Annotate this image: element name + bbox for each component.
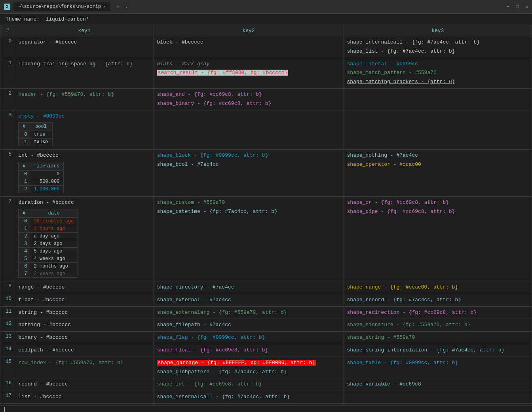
col-key3-header: key3 xyxy=(344,25,532,36)
row-index-7: 7 xyxy=(0,197,15,281)
date-col-hash: # xyxy=(19,209,30,217)
row-1-key1: leading_trailing_space_bg - {attr: n} xyxy=(15,58,154,88)
row-0-key3: shape_internalcall - {fg: #7ac4cc, attr:… xyxy=(344,36,532,58)
filesizes-table: # filesizes 0 0 1 500,000 xyxy=(18,162,64,193)
row-14-key3: shape_string_interpolation - {fg: #7ac4c… xyxy=(344,344,532,357)
search-highlight: search_result - {fg: #ff3030, bg: #bcccc… xyxy=(157,70,289,76)
table-row: 9 range - #bccccc shape_directory - #7ac… xyxy=(0,281,532,294)
garbage-highlight: shape_garbage - {fg: #FFFFFF, bg: #FF000… xyxy=(157,360,316,366)
date-table: # date 0 30 minutes ago 1 3 hours xyxy=(18,209,78,278)
table-row: 3 empty - #0099cc # bool 0 xyxy=(0,110,532,150)
row-2-key1: header - {fg: #559a70, attr: b} xyxy=(15,88,154,110)
fs-row-1: 1 500,000 xyxy=(19,178,64,186)
row-3-key1: empty - #0099cc # bool 0 true xyxy=(15,110,154,150)
theme-line: Theme name: 'liquid-carbon' xyxy=(0,14,532,25)
table-row: 5 int - #bccccc # filesizes xyxy=(0,150,532,197)
row-5-key2: shape_block - {fg: #0099cc, attr: b} sha… xyxy=(154,150,344,197)
date-row-5: 5 4 weeks ago xyxy=(19,255,78,262)
row-10-key1: float - #bccccc xyxy=(15,294,154,306)
col-key1-header: key1 xyxy=(15,25,154,36)
row-index-3: 3 xyxy=(0,110,15,150)
row-index-12: 12 xyxy=(0,319,15,332)
row-5-key3: shape_nothing - #7ac4cc shape_operator -… xyxy=(344,150,532,197)
row-2-key2: shape_and - {fg: #cc69c8, attr: b} shape… xyxy=(154,88,344,110)
row-9-key3: shape_range - {fg: #ccac00, attr: b} xyxy=(344,281,532,294)
row-13-key3: shape_string - #559a70 xyxy=(344,332,532,344)
status-bar: │ xyxy=(0,405,532,412)
row-3-key2 xyxy=(154,110,344,150)
row-index-16: 16 xyxy=(0,378,15,391)
row-11-key3: shape_redirection - {fg: #cc69c8, attr: … xyxy=(344,306,532,319)
row-2-key3 xyxy=(344,88,532,110)
col-key2-header: key2 xyxy=(154,25,344,36)
row-11-key1: string - #bccccc xyxy=(15,306,154,319)
content-area[interactable]: # key1 key2 key3 0 separator - #bccccc b… xyxy=(0,25,532,405)
table-row: 12 nothing - #bccccc shape_filepath - #7… xyxy=(0,319,532,332)
row-index-9: 9 xyxy=(0,281,15,294)
row-14-key2: shape_float - {fg: #cc69c8, attr: b} xyxy=(154,344,344,357)
row-index-10: 10 xyxy=(0,294,15,306)
cursor-indicator: │ xyxy=(3,407,6,412)
row-11-key2: shape_externalarg - {fg: #559a70, attr: … xyxy=(154,306,344,319)
bool-row-0: 0 true xyxy=(19,131,52,139)
row-12-key1: nothing - #bccccc xyxy=(15,319,154,332)
tab-close-button[interactable]: ✕ xyxy=(103,4,106,9)
row-index-14: 14 xyxy=(0,344,15,357)
row-7-key3: shape_or - {fg: #cc69c8, attr: b} shape_… xyxy=(344,197,532,281)
active-tab[interactable]: ~\source\repos\forks\nu-scrip ✕ xyxy=(13,2,110,11)
close-button[interactable]: ✕ xyxy=(525,4,528,10)
table-row: 7 duration - #bccccc # date xyxy=(0,197,532,281)
row-15-key2: shape_garbage - {fg: #FFFFFF, bg: #FF000… xyxy=(154,357,344,378)
row-14-key1: cellpath - #bccccc xyxy=(15,344,154,357)
row-13-key2: shape_flag - {fg: #0099cc, attr: b} xyxy=(154,332,344,344)
row-1-key3: shape_literal - #0099cc shape_match_patt… xyxy=(344,58,532,88)
row-15-key1: row_index - {fg: #559a70, attr: b} xyxy=(15,357,154,378)
tab-dropdown-button[interactable]: ∨ xyxy=(125,4,127,9)
table-row: 14 cellpath - #bccccc shape_float - {fg:… xyxy=(0,344,532,357)
date-row-2: 2 a day ago xyxy=(19,232,78,240)
window-controls: − □ ✕ xyxy=(507,4,528,10)
date-row-7: 7 2 years ago xyxy=(19,270,78,277)
table-row: 1 leading_trailing_space_bg - {attr: n} … xyxy=(0,58,532,88)
main-table: # key1 key2 key3 0 separator - #bccccc b… xyxy=(0,25,532,405)
row-13-key1: binary - #bccccc xyxy=(15,332,154,344)
date-row-3: 3 2 days ago xyxy=(19,240,78,247)
row-index-5: 5 xyxy=(0,150,15,197)
row-index-17: 17 xyxy=(0,391,15,404)
maximize-button[interactable]: □ xyxy=(516,4,519,10)
row-17-key1: list - #bccccc xyxy=(15,391,154,404)
row-index-0: 0 xyxy=(0,36,15,58)
row-12-key2: shape_filepath - #7ac4cc xyxy=(154,319,344,332)
row-12-key3: shape_signature - {fg: #559a70, attr: b} xyxy=(344,319,532,332)
row-9-key2: shape_directory - #7ac4cc xyxy=(154,281,344,294)
fs-col-filesizes: filesizes xyxy=(30,162,64,171)
date-row-4: 4 5 days ago xyxy=(19,247,78,255)
minimize-button[interactable]: − xyxy=(507,4,509,10)
bool-table: # bool 0 true 1 false xyxy=(18,122,52,146)
bool-row-1: 1 false xyxy=(19,139,52,146)
table-row: 17 list - #bccccc shape_internalcall - {… xyxy=(0,391,532,404)
row-0-key2: block - #bccccc xyxy=(154,36,344,58)
app-icon: Σ xyxy=(4,4,10,10)
table-row: 2 header - {fg: #559a70, attr: b} shape_… xyxy=(0,88,532,110)
table-row: 10 float - #bccccc shape_external - #7ac… xyxy=(0,294,532,306)
row-0-key1: separator - #bccccc xyxy=(15,36,154,58)
date-row-1: 1 3 hours ago xyxy=(19,225,78,232)
row-3-key3 xyxy=(344,110,532,150)
row-15-key3: shape_table - {fg: #0099cc, attr: b} xyxy=(344,357,532,378)
row-17-key3 xyxy=(344,391,532,404)
fs-row-0: 0 0 xyxy=(19,171,64,178)
table-row: 13 binary - #bccccc shape_flag - {fg: #0… xyxy=(0,332,532,344)
row-9-key1: range - #bccccc xyxy=(15,281,154,294)
row-index-2: 2 xyxy=(0,88,15,110)
date-row-0: 0 30 minutes ago xyxy=(19,217,78,225)
row-index-15: 15 xyxy=(0,357,15,378)
row-16-key1: record - #bccccc xyxy=(15,378,154,391)
titlebar: Σ ~\source\repos\forks\nu-scrip ✕ + ∨ − … xyxy=(0,0,532,14)
row-index-11: 11 xyxy=(0,306,15,319)
new-tab-button[interactable]: + xyxy=(114,3,122,10)
table-row: 11 string - #bccccc shape_externalarg - … xyxy=(0,306,532,319)
row-index-13: 13 xyxy=(0,332,15,344)
tab-label: ~\source\repos\forks\nu-scrip xyxy=(18,4,101,9)
row-5-key1: int - #bccccc # filesizes 0 0 xyxy=(15,150,154,197)
